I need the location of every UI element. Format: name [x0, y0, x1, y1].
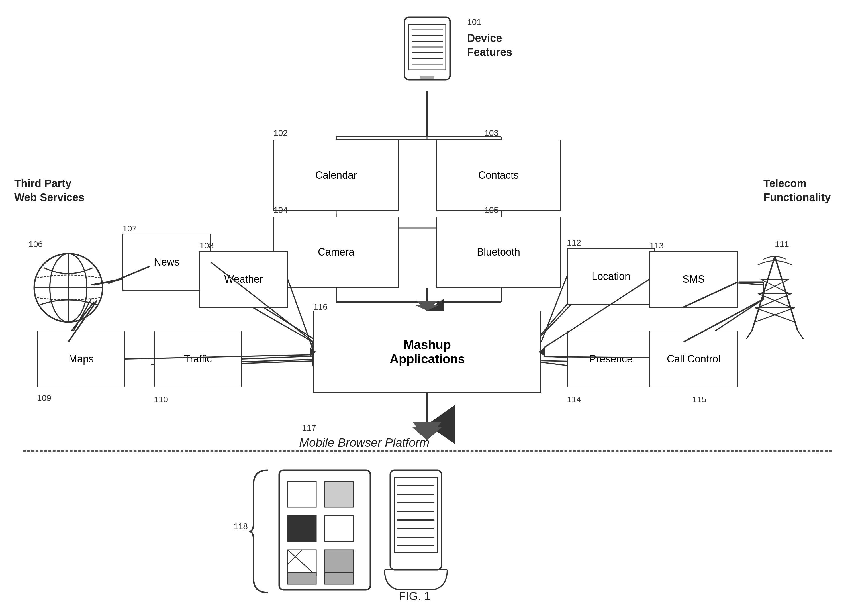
tablet-icon [276, 467, 373, 593]
svg-line-67 [288, 550, 316, 576]
traffic-box: Traffic [154, 331, 242, 387]
location-label: Location [592, 270, 630, 282]
bluetooth-box: Bluetooth [436, 217, 561, 288]
weather-box: Weather [200, 251, 288, 308]
svg-rect-71 [325, 573, 353, 584]
device-phone-icon [396, 14, 459, 91]
maps-box: Maps [37, 331, 125, 387]
presence-label: Presence [589, 353, 633, 365]
news-box: News [122, 233, 211, 291]
ref-111: 111 [775, 239, 789, 249]
ref-106: 106 [29, 239, 43, 249]
platform-divider [23, 450, 832, 451]
svg-rect-62 [288, 482, 316, 507]
ref-104: 104 [273, 205, 288, 215]
ref-115: 115 [692, 395, 706, 404]
calendar-label: Calendar [315, 169, 357, 181]
globe-icon [29, 248, 108, 328]
presence-box: Presence [567, 331, 655, 387]
telecom-label: TelecomFunctionality [763, 177, 843, 205]
contacts-label: Contacts [478, 169, 519, 181]
ref-108: 108 [200, 241, 214, 250]
mobile-phone-bottom-icon [382, 467, 450, 593]
svg-line-98 [288, 279, 313, 351]
calendar-box: Calendar [273, 140, 399, 211]
bluetooth-label: Bluetooth [477, 246, 520, 258]
svg-rect-63 [325, 482, 353, 507]
device-features-label: DeviceFeatures [467, 31, 530, 59]
ref-112: 112 [567, 238, 581, 248]
svg-rect-43 [420, 76, 435, 79]
svg-rect-69 [325, 550, 353, 576]
camera-box: Camera [273, 217, 399, 288]
ref-105: 105 [484, 205, 499, 215]
svg-rect-73 [395, 477, 437, 553]
svg-line-60 [798, 331, 803, 339]
curly-brace-icon [248, 467, 271, 596]
ref-114: 114 [567, 395, 581, 404]
ref-116: 116 [313, 302, 328, 312]
ref-103: 103 [484, 128, 499, 138]
svg-line-101 [242, 356, 313, 359]
svg-rect-34 [404, 17, 450, 80]
camera-label: Camera [318, 246, 354, 258]
mashup-box: MashupApplications [313, 311, 541, 393]
sms-box: SMS [650, 251, 738, 308]
svg-marker-91 [415, 305, 439, 311]
svg-rect-64 [288, 516, 316, 541]
call-control-box: Call Control [650, 331, 738, 387]
ref-117: 117 [302, 423, 316, 433]
maps-label: Maps [69, 353, 94, 365]
third-party-label: Third PartyWeb Services [14, 177, 102, 205]
ref-113: 113 [650, 241, 664, 250]
mashup-label: MashupApplications [390, 338, 465, 366]
svg-line-105 [543, 356, 567, 358]
ref-101: 101 [467, 17, 481, 27]
news-label: News [154, 256, 180, 268]
contacts-box: Contacts [436, 140, 561, 211]
sms-label: SMS [683, 273, 705, 285]
ref-107: 107 [122, 224, 137, 233]
svg-rect-65 [325, 516, 353, 541]
svg-rect-70 [288, 573, 316, 584]
location-box: Location [567, 248, 655, 305]
weather-label: Weather [224, 273, 262, 285]
telecom-tower-icon [735, 251, 815, 348]
ref-109: 109 [37, 393, 51, 403]
diagram: 101 DeviceFeatures Calendar 102 Contacts… [0, 0, 854, 616]
svg-line-59 [746, 331, 752, 339]
ref-110: 110 [154, 395, 168, 404]
fig-label: FIG. 1 [399, 590, 430, 602]
call-control-label: Call Control [667, 353, 720, 365]
traffic-label: Traffic [184, 353, 212, 365]
mobile-browser-label: Mobile Browser Platform [299, 436, 429, 450]
ref-118: 118 [233, 521, 248, 531]
ref-102: 102 [273, 128, 288, 138]
svg-marker-92 [416, 300, 438, 311]
